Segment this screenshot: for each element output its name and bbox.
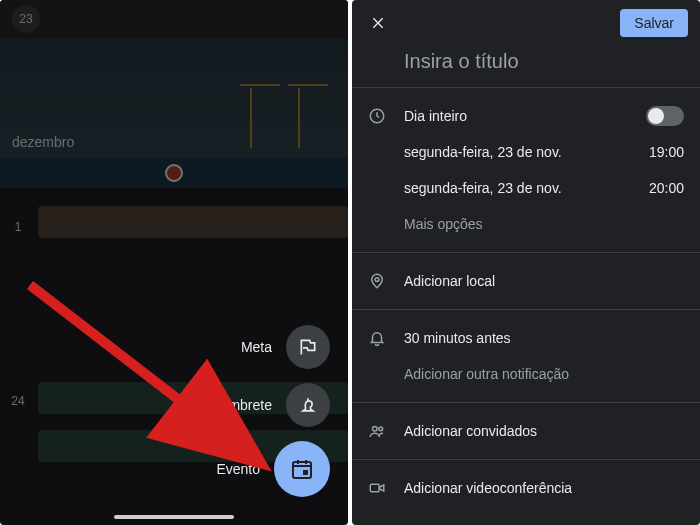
people-icon	[368, 422, 386, 440]
allday-toggle[interactable]	[646, 106, 684, 126]
add-location-row[interactable]: Adicionar local	[368, 263, 684, 299]
add-video-label: Adicionar videoconferência	[404, 480, 572, 496]
calendar-screen-with-fab: 23 dezembro 1 24	[0, 0, 348, 525]
svg-rect-1	[303, 470, 308, 475]
notification-section: 30 minutos antes Adicionar outra notific…	[352, 310, 700, 403]
calendar-topbar: 23	[0, 0, 348, 38]
add-video-row[interactable]: Adicionar videoconferência	[368, 470, 684, 506]
add-notification-row[interactable]: Adicionar outra notificação	[368, 356, 684, 392]
time-section: Dia inteiro segunda-feira, 23 de nov. 19…	[352, 88, 700, 253]
today-date-chip: 23	[12, 5, 40, 33]
home-indicator	[114, 515, 234, 519]
add-notification-label: Adicionar outra notificação	[404, 366, 569, 382]
start-date: segunda-feira, 23 de nov.	[404, 144, 649, 160]
end-date: segunda-feira, 23 de nov.	[404, 180, 649, 196]
bell-icon	[368, 329, 386, 347]
flag-icon	[298, 337, 318, 357]
fab-event-label: Evento	[216, 461, 260, 477]
save-button[interactable]: Salvar	[620, 9, 688, 37]
video-icon	[368, 479, 386, 497]
fab-meta-label: Meta	[241, 339, 272, 355]
create-event-sheet: Salvar Insira o título Dia inteiro segun…	[352, 0, 700, 525]
sheet-topbar: Salvar	[352, 0, 700, 46]
illustration-wave	[0, 158, 348, 188]
location-icon	[368, 272, 386, 290]
clock-icon	[368, 107, 386, 125]
end-time: 20:00	[649, 180, 684, 196]
event-title-input[interactable]: Insira o título	[352, 46, 700, 88]
event-chip	[38, 206, 348, 238]
svg-point-4	[373, 427, 378, 432]
allday-label: Dia inteiro	[404, 108, 646, 124]
fab-event-button[interactable]	[274, 441, 330, 497]
reminder-row[interactable]: 30 minutos antes	[368, 320, 684, 356]
location-section: Adicionar local	[352, 253, 700, 310]
month-label: dezembro	[12, 134, 74, 150]
svg-rect-0	[293, 462, 311, 478]
start-time: 19:00	[649, 144, 684, 160]
fab-reminder-button[interactable]	[286, 383, 330, 427]
fab-reminder-label: Lembrete	[213, 397, 272, 413]
month-illustration: dezembro	[0, 38, 348, 158]
fab-meta-button[interactable]	[286, 325, 330, 369]
close-icon	[370, 15, 386, 31]
svg-rect-6	[370, 484, 379, 492]
guests-section: Adicionar convidados	[352, 403, 700, 460]
add-guests-row[interactable]: Adicionar convidados	[368, 413, 684, 449]
more-options-row[interactable]: Mais opções	[368, 206, 684, 242]
more-options-label: Mais opções	[404, 216, 483, 232]
svg-point-5	[379, 427, 383, 431]
end-datetime-row[interactable]: segunda-feira, 23 de nov. 20:00	[368, 170, 684, 206]
svg-point-3	[375, 278, 379, 282]
video-section: Adicionar videoconferência	[352, 460, 700, 516]
add-guests-label: Adicionar convidados	[404, 423, 537, 439]
fab-expanded-menu: Meta Lembrete Evento	[213, 325, 330, 497]
close-button[interactable]	[364, 9, 392, 37]
add-location-label: Adicionar local	[404, 273, 495, 289]
reminder-label: 30 minutos antes	[404, 330, 511, 346]
reminder-icon	[298, 395, 318, 415]
calendar-event-icon	[290, 457, 314, 481]
start-datetime-row[interactable]: segunda-feira, 23 de nov. 19:00	[368, 134, 684, 170]
